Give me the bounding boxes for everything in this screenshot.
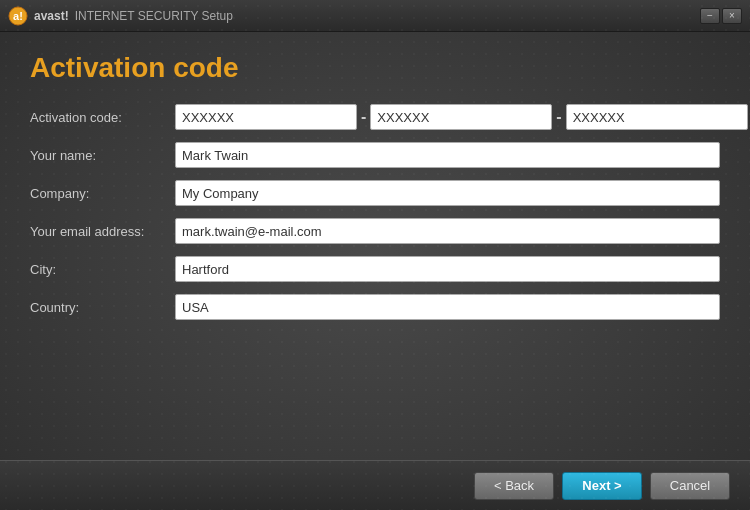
country-label: Country: [30,300,175,315]
email-input[interactable] [175,218,720,244]
activation-code-input-1[interactable] [175,104,357,130]
titlebar-logo: a! avast! INTERNET SECURITY Setup [8,6,233,26]
activation-code-input-3[interactable] [566,104,748,130]
city-row: City: [30,256,720,282]
titlebar-controls: − × [700,8,742,24]
main-content: Activation code Activation code: - - You… [0,32,750,460]
titlebar-title: INTERNET SECURITY Setup [75,9,233,23]
bottom-bar: < Back Next > Cancel [0,460,750,510]
separator-2: - [556,108,561,126]
back-button[interactable]: < Back [474,472,554,500]
city-label: City: [30,262,175,277]
country-input[interactable] [175,294,720,320]
country-row: Country: [30,294,720,320]
activation-code-label: Activation code: [30,110,175,125]
minimize-button[interactable]: − [700,8,720,24]
titlebar: a! avast! INTERNET SECURITY Setup − × [0,0,750,32]
activation-code-row: Activation code: - - [30,104,720,130]
name-input[interactable] [175,142,720,168]
svg-text:a!: a! [13,10,23,22]
cancel-button[interactable]: Cancel [650,472,730,500]
city-input[interactable] [175,256,720,282]
company-row: Company: [30,180,720,206]
main-window: a! avast! INTERNET SECURITY Setup − × Ac… [0,0,750,510]
email-row: Your email address: [30,218,720,244]
brand-label: avast! [34,9,69,23]
activation-code-inputs: - - [175,104,748,130]
email-label: Your email address: [30,224,175,239]
name-label: Your name: [30,148,175,163]
separator-1: - [361,108,366,126]
page-title: Activation code [30,52,720,84]
close-button[interactable]: × [722,8,742,24]
avast-logo-icon: a! [8,6,28,26]
company-label: Company: [30,186,175,201]
name-row: Your name: [30,142,720,168]
next-button[interactable]: Next > [562,472,642,500]
activation-code-input-2[interactable] [370,104,552,130]
form-container: Activation code: - - Your name: Company: [30,104,720,440]
company-input[interactable] [175,180,720,206]
